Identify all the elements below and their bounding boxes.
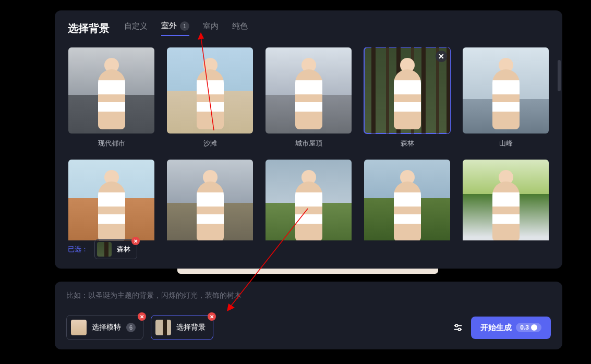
bg-card-peak[interactable]: 山峰: [462, 47, 549, 148]
tab-badge: 1: [180, 21, 189, 31]
remove-selection-icon[interactable]: ✕: [131, 237, 140, 245]
bg-card-park[interactable]: [462, 160, 549, 240]
model-thumb: [71, 320, 87, 335]
bg-card-city[interactable]: 现代都市: [68, 47, 155, 148]
coin-icon: [531, 324, 537, 331]
bg-card-village[interactable]: [166, 160, 254, 240]
bottom-controls: 选择模特 6 ✕ 选择背景 ✕ 开始生成 0.3: [66, 315, 551, 340]
deselect-icon[interactable]: ✕: [436, 51, 447, 62]
background-thumb: [155, 320, 171, 335]
select-background-pill[interactable]: 选择背景 ✕: [151, 315, 213, 340]
canvas-preview-slice: [177, 269, 438, 274]
prompt-placeholder[interactable]: 比如：以圣诞为主题的背景，闪烁的灯光，装饰的树木: [66, 291, 551, 300]
clear-model-icon[interactable]: ✕: [138, 312, 146, 321]
tab-indoor[interactable]: 室内: [203, 21, 219, 36]
svg-point-2: [455, 324, 458, 327]
generate-button[interactable]: 开始生成 0.3: [471, 317, 551, 339]
model-count-badge: 6: [126, 323, 136, 332]
panel-title: 选择背景: [68, 21, 110, 35]
select-model-pill[interactable]: 选择模特 6 ✕: [66, 315, 143, 340]
selected-chip[interactable]: 森林 ✕: [94, 239, 137, 259]
settings-icon[interactable]: [452, 322, 464, 333]
bg-card-rooftop[interactable]: 城市屋顶: [265, 47, 352, 148]
cost-badge: 0.3: [516, 323, 541, 332]
selected-label: 已选：: [68, 245, 88, 254]
selected-thumb: [97, 242, 112, 257]
panel-header: 选择背景 自定义 室外1 室内 纯色: [68, 21, 549, 36]
tab-custom[interactable]: 自定义: [124, 21, 148, 36]
tab-solid[interactable]: 纯色: [232, 21, 248, 36]
bg-card-forest[interactable]: ✕森林: [364, 47, 451, 148]
tab-bar: 自定义 室外1 室内 纯色: [124, 21, 248, 36]
scrollbar[interactable]: [558, 60, 561, 91]
background-selector-panel: 选择背景 自定义 室外1 室内 纯色 现代都市 沙滩 城市屋顶 ✕森林 山峰 已…: [55, 10, 562, 269]
tab-outdoor[interactable]: 室外1: [161, 21, 189, 36]
bg-card-beach[interactable]: 沙滩: [166, 47, 254, 148]
selected-row: 已选： 森林 ✕: [68, 239, 137, 259]
svg-point-3: [459, 328, 461, 331]
bg-card-desert[interactable]: [68, 160, 155, 240]
bg-card-vineyard[interactable]: [364, 160, 451, 240]
bottom-bar: 比如：以圣诞为主题的背景，闪烁的灯光，装饰的树木 选择模特 6 ✕ 选择背景 ✕…: [55, 282, 562, 349]
background-grid: 现代都市 沙滩 城市屋顶 ✕森林 山峰: [68, 47, 549, 240]
bg-card-grassland[interactable]: [265, 160, 352, 240]
clear-background-icon[interactable]: ✕: [208, 312, 216, 321]
